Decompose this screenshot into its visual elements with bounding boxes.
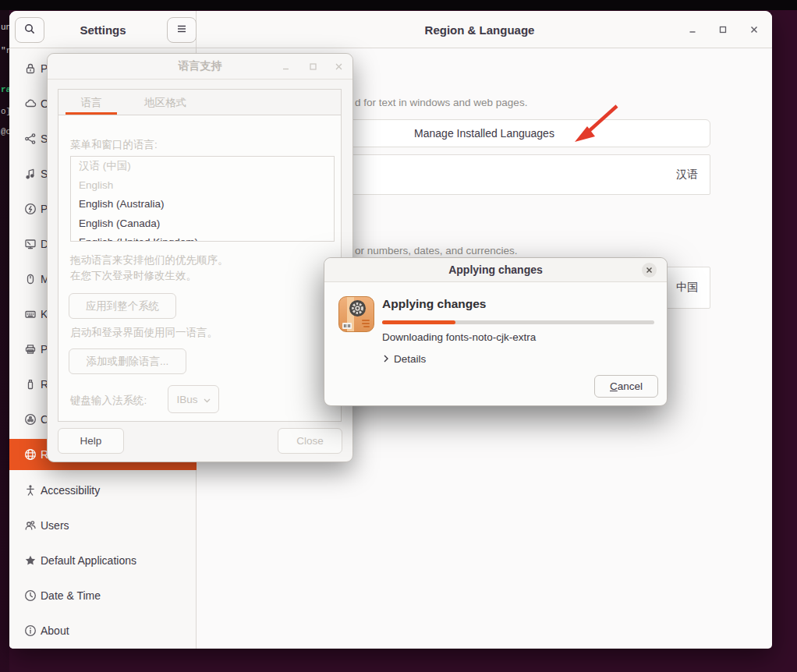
dialog-title: 语言支持 — [179, 59, 222, 73]
terminal-text-fragment: un — [1, 23, 9, 32]
tab-regional-formats[interactable]: 地区格式 — [130, 90, 200, 115]
sidebar-item-label: Users — [41, 519, 69, 532]
close-icon[interactable] — [332, 60, 345, 73]
apply-heading: Applying changes — [382, 297, 487, 311]
menu-button[interactable] — [167, 17, 197, 43]
sidebar-item-about[interactable]: About — [9, 615, 197, 646]
headerbar-left-pane: Settings — [9, 11, 197, 48]
package-manager-icon — [338, 296, 374, 332]
apply-hint: 启动和登录界面使用同一语言。 — [70, 326, 218, 340]
gear-icon — [349, 300, 366, 317]
language-list-item[interactable]: 汉语 (中国) — [71, 157, 334, 176]
formats-row-value: 中国 — [676, 281, 698, 295]
sidebar-item-users[interactable]: Users — [9, 510, 197, 541]
maximize-button[interactable] — [716, 23, 730, 37]
help-button[interactable]: Help — [58, 428, 124, 454]
removable-media-icon — [22, 376, 39, 393]
date-time-icon — [22, 587, 39, 604]
terminal-window-edge: un"rrao]@c — [0, 10, 9, 672]
language-list-item[interactable]: English (Australia) — [71, 195, 334, 214]
accessibility-icon — [22, 482, 39, 499]
dialog-titlebar: Applying changes — [324, 258, 667, 282]
details-expander[interactable]: Details — [384, 353, 426, 365]
ime-dropdown[interactable]: IBus — [168, 385, 219, 413]
chevron-right-icon — [384, 353, 388, 365]
ime-system-label: 键盘输入法系统: — [70, 394, 147, 408]
power-icon — [22, 200, 39, 218]
language-list-item[interactable]: English — [71, 176, 334, 196]
red-annotation-arrow — [565, 100, 626, 148]
language-priority-list[interactable]: 汉语 (中国)EnglishEnglish (Australia)English… — [70, 156, 335, 242]
displays-icon — [22, 235, 39, 253]
drag-hint-line1: 拖动语言来安排他们的优先顺序。 — [70, 253, 228, 267]
barcode-label — [342, 323, 352, 329]
sidebar-item-date-time[interactable]: Date & Time — [9, 580, 197, 611]
language-support-dialog: 语言支持 语言 地区格式 菜单和窗口的语言: 汉语 (中国)EnglishEng… — [47, 53, 353, 462]
applying-changes-dialog: Applying changes Applying changes Downlo… — [324, 257, 668, 406]
language-section-hint: d for text in windows and web pages. — [355, 97, 527, 108]
apply-system-wide-button[interactable]: 应用到整个系统 — [69, 293, 176, 319]
formats-section-hint: or numbers, dates, and currencies. — [355, 245, 518, 256]
printers-icon — [22, 341, 39, 358]
terminal-text-fragment: "r — [1, 46, 9, 55]
install-remove-languages-button[interactable]: 添加或删除语言... — [69, 348, 186, 374]
language-row-value: 汉语 — [676, 168, 698, 182]
sidebar-item-label: Date & Time — [41, 589, 101, 602]
terminal-text-fragment: @c — [1, 127, 9, 136]
sound-icon — [22, 165, 39, 182]
cancel-button[interactable]: Cancel — [594, 375, 658, 398]
default-applications-icon — [22, 552, 39, 569]
language-list-item[interactable]: English (Canada) — [71, 214, 334, 234]
sharing-icon — [22, 130, 39, 147]
page-title: Region & Language — [197, 11, 763, 48]
sidebar-item-label: Default Applications — [41, 554, 136, 567]
hamburger-icon — [175, 23, 188, 37]
progress-bar — [382, 320, 654, 324]
mouse-icon — [22, 271, 39, 288]
download-status-text: Downloading fonts-noto-cjk-extra — [382, 331, 536, 343]
close-icon[interactable] — [642, 263, 657, 278]
minimize-icon[interactable] — [279, 60, 292, 73]
chevron-down-icon — [204, 394, 211, 405]
notebook: 语言 地区格式 菜单和窗口的语言: 汉语 (中国)EnglishEnglish … — [58, 89, 342, 422]
dialog-title: Applying changes — [448, 263, 543, 276]
color-icon — [22, 411, 39, 428]
menu-language-label: 菜单和窗口的语言: — [70, 138, 158, 152]
active-tab-indicator — [66, 112, 117, 115]
online-accounts-icon — [22, 95, 39, 112]
about-icon — [22, 622, 39, 639]
sidebar-item-accessibility[interactable]: Accessibility — [9, 475, 197, 506]
keyboard-icon — [22, 306, 39, 323]
close-button-dialog[interactable]: Close — [278, 428, 342, 454]
desktop-top-bar — [0, 0, 797, 10]
sidebar-item-default-applications[interactable]: Default Applications — [9, 545, 197, 576]
progress-bar-fill — [382, 320, 455, 324]
maximize-icon[interactable] — [306, 60, 320, 73]
terminal-text-fragment: ra — [1, 85, 9, 94]
users-icon — [22, 517, 39, 534]
terminal-text-fragment: o] — [1, 107, 9, 116]
tab-strip: 语言 地区格式 — [58, 90, 341, 115]
minimize-button[interactable] — [685, 23, 700, 37]
language-list-item[interactable]: English (United Kingdom) — [71, 233, 334, 242]
sidebar-item-label: Accessibility — [41, 484, 100, 497]
headerbar: Settings Region & Language — [9, 11, 772, 48]
privacy-icon — [22, 60, 39, 77]
sidebar-item-label: About — [41, 624, 69, 637]
drag-hint-line2: 在您下次登录时修改生效。 — [70, 269, 197, 283]
region-language-icon — [22, 446, 39, 463]
close-button[interactable] — [747, 23, 761, 37]
